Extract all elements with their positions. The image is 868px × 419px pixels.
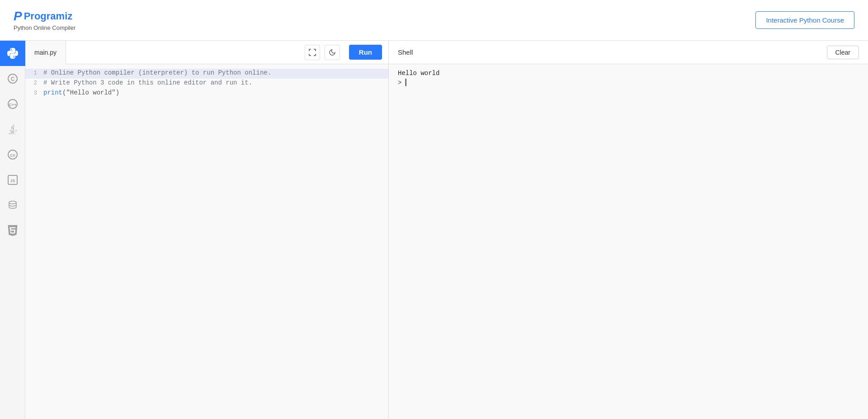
shell-cursor: ▎ (406, 79, 409, 86)
svg-point-8 (9, 201, 16, 204)
sql-icon (7, 200, 18, 211)
line-number-3: 3 (25, 89, 43, 96)
sidebar: C C++ C# JS (0, 41, 25, 419)
line-number-1: 1 (25, 70, 43, 76)
shell-section: Shell Clear Hello world > ▎ (389, 41, 868, 419)
shell-label: Shell (398, 48, 413, 56)
logo-title: P Programiz (14, 9, 75, 24)
c-icon: C (7, 73, 18, 84)
code-line-2: 2 # Write Python 3 code in this online e… (25, 79, 388, 89)
clear-button[interactable]: Clear (827, 46, 859, 59)
fullscreen-button[interactable] (305, 45, 320, 60)
header: P Programiz Python Online Compiler Inter… (0, 0, 868, 41)
cpp-icon: C++ (7, 99, 18, 109)
js-icon: JS (7, 174, 18, 185)
code-editor[interactable]: 1 # Online Python compiler (interpreter)… (25, 64, 388, 419)
file-tab[interactable]: main.py (25, 41, 66, 64)
python-icon (7, 48, 18, 59)
svg-text:C: C (10, 76, 14, 82)
sidebar-item-c[interactable]: C (0, 66, 25, 91)
svg-text:C#: C# (10, 153, 15, 158)
editor-section: main.py Run 1 # Online Python compiler (25, 41, 389, 419)
interactive-course-button[interactable]: Interactive Python Course (755, 11, 854, 29)
svg-text:C++: C++ (9, 103, 16, 107)
toolbar-icons: Run (305, 45, 382, 60)
editor-toolbar: main.py Run (25, 41, 388, 64)
logo-name: Programiz (24, 10, 73, 22)
run-button[interactable]: Run (349, 45, 382, 60)
line-content-1: # Online Python compiler (interpreter) t… (43, 69, 388, 76)
code-line-1: 1 # Online Python compiler (interpreter)… (25, 69, 388, 79)
dark-mode-button[interactable] (325, 45, 340, 60)
line-number-2: 2 (25, 80, 43, 86)
html-icon (7, 225, 18, 236)
sidebar-item-python[interactable] (0, 41, 25, 66)
fullscreen-icon (309, 49, 316, 56)
shell-output[interactable]: Hello world > ▎ (389, 64, 868, 419)
sidebar-item-sql[interactable] (0, 193, 25, 218)
logo-subtitle: Python Online Compiler (14, 24, 75, 31)
logo-icon: P (14, 9, 22, 24)
shell-prompt: > ▎ (398, 79, 859, 86)
svg-text:JS: JS (10, 179, 15, 183)
sidebar-item-cpp[interactable]: C++ (0, 91, 25, 117)
shell-output-line: Hello world (398, 70, 859, 77)
csharp-icon: C# (7, 149, 18, 160)
sidebar-item-csharp[interactable]: C# (0, 142, 25, 167)
sidebar-item-js[interactable]: JS (0, 167, 25, 193)
line-content-2: # Write Python 3 code in this online edi… (43, 79, 388, 86)
shell-toolbar: Shell Clear (389, 41, 868, 64)
main-layout: C C++ C# JS (0, 41, 868, 419)
line-content-3: print("Hello world") (43, 89, 388, 96)
java-icon (7, 124, 18, 135)
dark-mode-icon (329, 49, 336, 56)
sidebar-item-java[interactable] (0, 117, 25, 142)
sidebar-item-html[interactable] (0, 218, 25, 243)
code-line-3: 3 print("Hello world") (25, 89, 388, 99)
logo-area: P Programiz Python Online Compiler (14, 9, 75, 31)
